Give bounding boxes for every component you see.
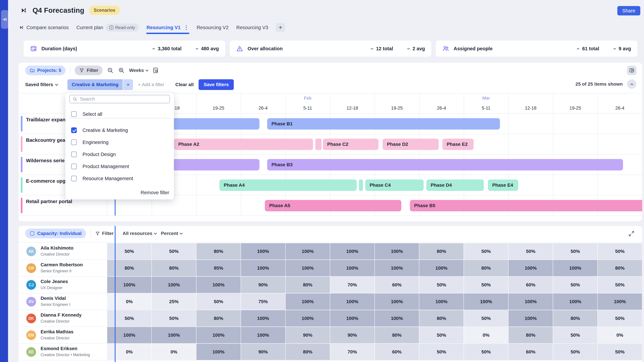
capacity-cell[interactable]: 0% (107, 294, 152, 310)
phase-bar[interactable]: Phase A2 (174, 139, 313, 150)
zoom-out-button[interactable] (107, 67, 114, 74)
kebab-menu-icon[interactable]: ⋮ (183, 25, 189, 30)
resources-dropdown[interactable]: All resources (122, 231, 156, 236)
capacity-cell[interactable]: 50% (107, 243, 152, 259)
expand-sidebar-button[interactable] (1, 10, 8, 29)
schedule-filter-button[interactable]: Filter (75, 65, 102, 75)
capacity-cell[interactable]: 100% (330, 294, 374, 310)
unit-dropdown[interactable]: Percent (161, 231, 182, 236)
person-row[interactable]: DKDianna F KennedyCreative Director50%50… (18, 310, 642, 327)
project-name[interactable]: Retail partner portal (26, 199, 72, 204)
capacity-cell[interactable]: 100% (375, 243, 419, 259)
person-row[interactable]: AKAila KishimotoCreative Director50%50%8… (18, 243, 642, 260)
capacity-cell[interactable]: 100% (241, 327, 285, 343)
projects-count-button[interactable]: Projects: 5 (25, 65, 66, 75)
person-row[interactable]: EMEerika MathiasCreative Director100%100… (18, 327, 642, 344)
capacity-cell[interactable]: 50% (464, 310, 508, 327)
capacity-cell[interactable]: 50% (553, 243, 598, 259)
project-name[interactable]: E-commerce upg (26, 178, 66, 184)
phase-bar[interactable]: Phase B1 (267, 118, 500, 130)
tab-resourcing-v1[interactable]: Resourcing V1 ⋮ (146, 25, 189, 30)
capacity-cell[interactable]: 70% (330, 277, 374, 293)
phase-bar[interactable]: Phase B3 (267, 159, 623, 170)
capacity-cell[interactable]: 80% (375, 327, 419, 343)
checkbox[interactable] (71, 164, 77, 169)
phase-bar-small[interactable] (315, 139, 322, 150)
capacity-cell[interactable]: 60% (508, 344, 553, 360)
capacity-cell[interactable]: 90% (330, 327, 374, 343)
capacity-cell[interactable]: 50% (598, 243, 642, 259)
capacity-cell[interactable]: 100% (107, 327, 152, 343)
capacity-cell[interactable]: 80% (419, 310, 464, 327)
collapse-filterbar-button[interactable] (627, 79, 636, 89)
capacity-cell[interactable]: 50% (464, 344, 508, 360)
side-panel-toggle-button[interactable] (627, 66, 636, 75)
capacity-cell[interactable]: 100% (330, 243, 374, 259)
capacity-cell[interactable]: 100% (152, 327, 196, 343)
checkbox[interactable] (71, 111, 77, 117)
capacity-cell[interactable]: 60% (375, 277, 419, 293)
capacity-cell[interactable]: 100% (375, 294, 419, 310)
capacity-cell[interactable]: 100% (375, 260, 419, 276)
capacity-cell[interactable]: 100% (508, 260, 553, 276)
clear-all-button[interactable]: Clear all (176, 82, 194, 87)
capacity-cell[interactable]: 100% (241, 310, 285, 327)
capacity-cell[interactable]: 100% (508, 310, 553, 327)
checkbox[interactable] (71, 151, 77, 157)
capacity-cell[interactable]: 100% (241, 260, 285, 276)
timescale-dropdown[interactable]: Weeks (129, 68, 148, 73)
tab-resourcing-v2[interactable]: Resourcing V2 (197, 25, 228, 30)
expand-capacity-button[interactable] (628, 230, 635, 237)
filter-option-engineering[interactable]: Engineering (71, 137, 108, 147)
capacity-cell[interactable]: 100% (419, 294, 464, 310)
capacity-cell[interactable]: 80% (286, 344, 330, 360)
capacity-cell[interactable]: 75% (241, 294, 285, 310)
capacity-cell[interactable]: 50% (419, 327, 464, 343)
capacity-cell[interactable]: 80% (419, 243, 464, 259)
tab-current-plan[interactable]: Current plan i Read-only (76, 24, 139, 31)
capacity-cell[interactable]: 80% (598, 260, 642, 276)
capacity-cell[interactable]: 50% (196, 294, 241, 310)
filter-chip-label[interactable]: Creative & Marketing (68, 79, 123, 90)
saved-filters-dropdown[interactable]: Saved filters (25, 82, 58, 87)
capacity-cell[interactable]: 50% (152, 243, 196, 259)
save-filters-button[interactable]: Save filters (198, 79, 234, 90)
capacity-cell[interactable]: 100% (464, 294, 508, 310)
phase-bar[interactable]: Phase E2 (442, 139, 474, 150)
capacity-cell[interactable]: 100% (286, 243, 330, 259)
capacity-cell[interactable]: 50% (419, 344, 464, 360)
checkbox-checked[interactable] (71, 127, 77, 133)
capacity-cell[interactable]: 90% (286, 327, 330, 343)
phase-bar[interactable]: Phase C2 (323, 139, 378, 150)
phase-bar-small[interactable] (359, 179, 363, 191)
capacity-cell[interactable]: 0% (464, 327, 508, 343)
person-row[interactable]: EEEsmond EriksenCreative Director • Mark… (18, 344, 642, 361)
phase-bar[interactable]: Phase E4 (488, 179, 518, 191)
capacity-cell[interactable]: 50% (598, 310, 642, 327)
project-name[interactable]: Backcountry gea (26, 137, 65, 143)
capacity-cell[interactable]: 100% (152, 277, 196, 293)
phase-bar[interactable]: Phase A4 (219, 179, 357, 191)
person-row[interactable]: CRCarmen RobertsonSenior Engineer II80%8… (18, 260, 642, 277)
tab-compare-scenarios[interactable]: Compare scenarios (19, 25, 68, 30)
select-all-option[interactable]: Select all (71, 109, 102, 119)
filter-chip-remove-button[interactable]: × (123, 79, 133, 90)
capacity-cell[interactable]: 0% (598, 327, 642, 343)
capacity-cell[interactable]: 90% (241, 344, 285, 360)
capacity-cell[interactable]: 100% (286, 260, 330, 276)
capacity-cell[interactable]: 100% (419, 260, 464, 276)
filter-option-product-design[interactable]: Product Design (71, 149, 116, 159)
capacity-cell[interactable]: 0% (107, 344, 152, 360)
capacity-cell[interactable]: 80% (152, 260, 196, 276)
capacity-mode-button[interactable]: Capacity: Individual (25, 229, 86, 238)
remove-filter-button[interactable]: Remove filter (140, 190, 169, 195)
phase-bar[interactable]: Phase B5 (410, 200, 642, 211)
capacity-filter-button[interactable]: Filter (95, 231, 114, 236)
phase-bar[interactable]: Phase A5 (265, 200, 401, 211)
capacity-cell[interactable]: 50% (553, 344, 598, 360)
checkbox[interactable] (71, 139, 77, 145)
capacity-cell[interactable]: 100% (196, 344, 241, 360)
capacity-cell[interactable]: 90% (241, 277, 285, 293)
capacity-cell[interactable]: 100% (286, 294, 330, 310)
capacity-cell[interactable]: 50% (464, 243, 508, 259)
